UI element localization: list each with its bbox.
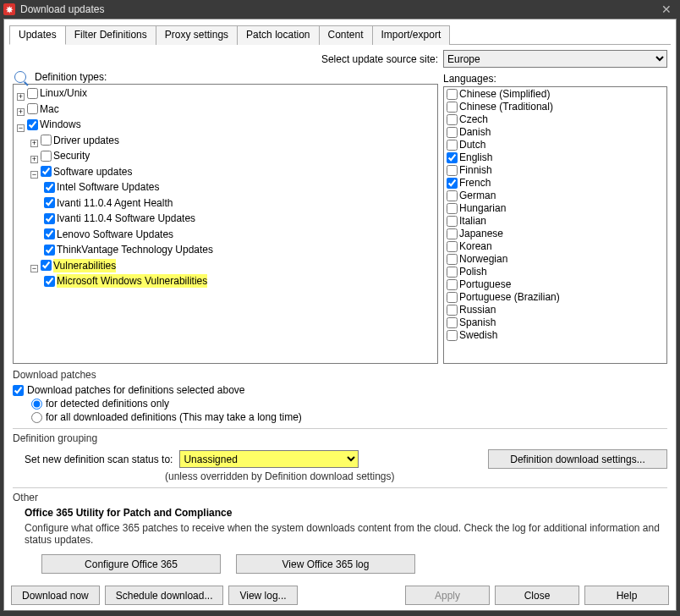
language-checkbox[interactable]: [447, 127, 458, 138]
language-checkbox[interactable]: [447, 228, 458, 239]
language-checkbox[interactable]: [447, 190, 458, 201]
tree-node-windows[interactable]: Windows: [27, 118, 81, 131]
tree-node-vulnerabilities[interactable]: Vulnerabilities: [41, 259, 116, 272]
language-item[interactable]: Polish: [447, 266, 664, 278]
language-checkbox[interactable]: [447, 89, 458, 100]
language-item[interactable]: French: [447, 177, 664, 190]
language-item[interactable]: Hungarian: [447, 202, 664, 215]
configure-office365-button[interactable]: Configure Office 365: [41, 554, 221, 574]
office365-title: Office 365 Utility for Patch and Complia…: [25, 507, 667, 519]
language-label: Finnish: [459, 164, 492, 177]
language-checkbox[interactable]: [447, 241, 458, 252]
close-icon[interactable]: ✕: [656, 3, 677, 16]
language-label: Japanese: [459, 228, 503, 240]
tree-node-lenovo[interactable]: Lenovo Software Updates: [44, 228, 173, 241]
scan-status-select[interactable]: Unassigned: [179, 450, 359, 468]
language-checkbox[interactable]: [447, 102, 458, 113]
language-label: Portuguese: [459, 278, 511, 291]
collapse-icon[interactable]: −: [30, 171, 38, 179]
language-checkbox[interactable]: [447, 178, 458, 189]
language-item[interactable]: Danish: [447, 126, 664, 139]
view-log-button[interactable]: View log...: [228, 586, 297, 605]
help-button[interactable]: Help: [584, 586, 669, 605]
tree-node-ms-vuln[interactable]: Microsoft Windows Vulnerabilities: [44, 274, 207, 288]
apply-button[interactable]: Apply: [405, 586, 490, 605]
language-item[interactable]: Finnish: [447, 164, 664, 177]
tab-updates[interactable]: Updates: [9, 25, 66, 45]
language-label: Norwegian: [459, 253, 507, 266]
language-checkbox[interactable]: [447, 114, 458, 125]
language-checkbox[interactable]: [447, 330, 458, 341]
language-item[interactable]: Chinese (Simplified): [447, 88, 664, 101]
language-checkbox[interactable]: [447, 165, 458, 176]
language-checkbox[interactable]: [447, 254, 458, 265]
download-now-button[interactable]: Download now: [11, 586, 100, 605]
language-label: Spanish: [459, 316, 496, 329]
language-label: German: [459, 190, 496, 202]
tree-node-software-updates[interactable]: Software updates: [41, 165, 132, 179]
collapse-icon[interactable]: −: [30, 265, 38, 272]
tab-content[interactable]: Content: [319, 25, 373, 45]
definition-grouping-label: Definition grouping: [13, 432, 667, 444]
language-checkbox[interactable]: [447, 279, 458, 290]
tab-import-export[interactable]: Import/export: [372, 25, 451, 45]
expand-icon[interactable]: +: [30, 140, 38, 147]
view-office365-log-button[interactable]: View Office 365 log: [236, 554, 415, 574]
language-item[interactable]: Japanese: [447, 228, 664, 240]
collapse-icon[interactable]: −: [17, 124, 25, 132]
language-checkbox[interactable]: [447, 216, 458, 227]
language-item[interactable]: English: [447, 151, 664, 164]
tree-node-linux[interactable]: Linux/Unix: [27, 86, 87, 100]
languages-list[interactable]: Chinese (Simplified)Chinese (Traditional…: [443, 86, 667, 364]
language-label: Russian: [459, 304, 496, 316]
language-label: Chinese (Simplified): [459, 88, 550, 101]
definition-types-tree[interactable]: +Linux/Unix +Mac −Windows +Driver update…: [13, 84, 438, 364]
language-label: Polish: [459, 266, 487, 278]
expand-icon[interactable]: +: [17, 108, 25, 116]
language-item[interactable]: Italian: [447, 215, 664, 228]
tree-node-ivanti-sw[interactable]: Ivanti 11.0.4 Software Updates: [44, 212, 195, 225]
expand-icon[interactable]: +: [17, 93, 25, 101]
definition-download-settings-button[interactable]: Definition download settings...: [488, 449, 667, 469]
language-checkbox[interactable]: [447, 292, 458, 303]
language-item[interactable]: Norwegian: [447, 253, 664, 266]
tree-node-mac[interactable]: Mac: [27, 102, 59, 116]
close-button[interactable]: Close: [495, 586, 579, 605]
language-item[interactable]: German: [447, 190, 664, 202]
language-item[interactable]: Swedish: [447, 329, 664, 342]
language-item[interactable]: Czech: [447, 113, 664, 126]
language-checkbox[interactable]: [447, 203, 458, 214]
language-item[interactable]: Russian: [447, 304, 664, 316]
tab-filter-definitions[interactable]: Filter Definitions: [65, 25, 156, 45]
tree-node-security[interactable]: Security: [41, 149, 90, 162]
tree-node-thinkvantage[interactable]: ThinkVantage Technology Updates: [44, 243, 213, 256]
tab-patch-location[interactable]: Patch location: [237, 25, 319, 45]
tree-node-driver-updates[interactable]: Driver updates: [41, 134, 119, 147]
window-title: Download updates: [20, 3, 104, 15]
language-label: Hungarian: [459, 202, 506, 215]
tree-node-intel[interactable]: Intel Software Updates: [44, 180, 159, 194]
language-item[interactable]: Spanish: [447, 316, 664, 329]
language-checkbox[interactable]: [447, 152, 458, 163]
detected-only-radio[interactable]: for detected definitions only: [31, 398, 667, 410]
language-label: Portuguese (Brazilian): [459, 291, 560, 304]
language-checkbox[interactable]: [447, 140, 458, 151]
language-item[interactable]: Portuguese: [447, 278, 664, 291]
language-checkbox[interactable]: [447, 317, 458, 328]
language-item[interactable]: Portuguese (Brazilian): [447, 291, 664, 304]
source-site-select[interactable]: Europe: [443, 50, 667, 68]
tab-proxy-settings[interactable]: Proxy settings: [156, 25, 238, 45]
language-label: Swedish: [459, 329, 497, 342]
language-checkbox[interactable]: [447, 267, 458, 278]
all-downloaded-radio[interactable]: for all downloaded definitions (This may…: [31, 411, 667, 423]
language-item[interactable]: Dutch: [447, 139, 664, 151]
language-label: French: [459, 177, 491, 190]
language-label: Korean: [459, 240, 492, 253]
tree-node-ivanti-agent[interactable]: Ivanti 11.0.4 Agent Health: [44, 196, 173, 210]
language-item[interactable]: Chinese (Traditional): [447, 101, 664, 113]
language-item[interactable]: Korean: [447, 240, 664, 253]
language-checkbox[interactable]: [447, 305, 458, 316]
expand-icon[interactable]: +: [30, 156, 38, 163]
download-patches-checkbox[interactable]: Download patches for definitions selecte…: [13, 384, 667, 396]
schedule-download-button[interactable]: Schedule download...: [105, 586, 224, 605]
